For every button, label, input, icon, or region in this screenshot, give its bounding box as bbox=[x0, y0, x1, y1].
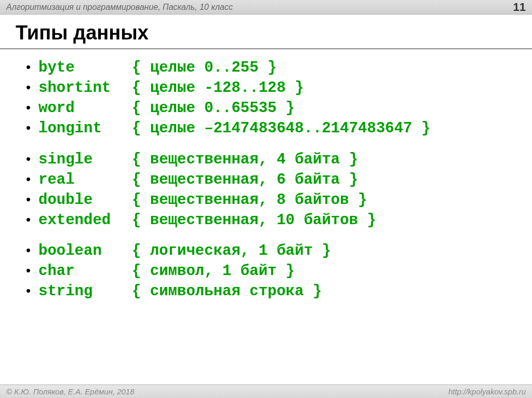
bullet-icon: • bbox=[26, 170, 38, 188]
type-name: char bbox=[38, 261, 132, 281]
page-number: 11 bbox=[513, 1, 526, 14]
type-name: byte bbox=[38, 58, 132, 78]
type-desc: { целые -128..128 } bbox=[132, 78, 304, 98]
footer-copyright: © К.Ю. Поляков, Е.А. Ерёмин, 2018 bbox=[6, 387, 135, 396]
type-row: • single { вещественная, 4 байта } bbox=[26, 149, 506, 170]
type-row: • string { символьная строка } bbox=[26, 281, 506, 301]
bullet-icon: • bbox=[26, 119, 38, 137]
type-name: shortint bbox=[38, 78, 132, 98]
type-name: double bbox=[38, 190, 132, 210]
type-name: extended bbox=[38, 210, 132, 230]
type-row: • extended { вещественная, 10 байтов } bbox=[26, 210, 506, 230]
footer-url: http://kpolyakov.spb.ru bbox=[448, 387, 526, 396]
type-desc: { вещественная, 4 байта } bbox=[132, 149, 358, 170]
type-name: string bbox=[38, 281, 132, 301]
type-row: • double { вещественная, 8 байтов } bbox=[26, 190, 506, 210]
type-name: real bbox=[38, 170, 132, 190]
type-row: • shortint { целые -128..128 } bbox=[26, 78, 506, 98]
type-desc: { символьная строка } bbox=[132, 281, 322, 301]
type-row: • boolean { логическая, 1 байт } bbox=[26, 241, 506, 261]
bullet-icon: • bbox=[26, 190, 38, 209]
type-list: • byte { целые 0..255 } • shortint { цел… bbox=[26, 58, 506, 302]
type-row: • real { вещественная, 6 байта } bbox=[26, 170, 506, 190]
type-row: • longint { целые –2147483648..214748364… bbox=[26, 118, 506, 139]
bullet-icon: • bbox=[26, 58, 38, 76]
type-desc: { логическая, 1 байт } bbox=[132, 241, 331, 261]
header-title: Алгоритмизация и программирование, Паска… bbox=[6, 3, 233, 12]
content-area: • byte { целые 0..255 } • shortint { цел… bbox=[0, 49, 532, 302]
bullet-icon: • bbox=[26, 78, 38, 97]
type-desc: { целые –2147483648..2147483647 } bbox=[132, 118, 430, 139]
type-name: longint bbox=[38, 118, 132, 139]
type-row: • word { целые 0..65535 } bbox=[26, 98, 506, 118]
bullet-icon: • bbox=[26, 282, 38, 300]
bullet-icon: • bbox=[26, 241, 38, 259]
type-row: • byte { целые 0..255 } bbox=[26, 58, 506, 78]
slide-title: Типы данных bbox=[0, 15, 532, 49]
bullet-icon: • bbox=[26, 99, 38, 117]
header-bar: Алгоритмизация и программирование, Паска… bbox=[0, 0, 532, 15]
type-group-real: • single { вещественная, 4 байта } • rea… bbox=[26, 149, 506, 231]
type-group-integer: • byte { целые 0..255 } • shortint { цел… bbox=[26, 58, 506, 139]
type-group-other: • boolean { логическая, 1 байт } • char … bbox=[26, 241, 506, 301]
type-desc: { символ, 1 байт } bbox=[132, 261, 295, 281]
type-desc: { целые 0..65535 } bbox=[132, 98, 295, 118]
type-desc: { вещественная, 8 байтов } bbox=[132, 190, 367, 210]
bullet-icon: • bbox=[26, 150, 38, 168]
type-desc: { целые 0..255 } bbox=[132, 58, 276, 78]
type-desc: { вещественная, 6 байта } bbox=[132, 170, 358, 190]
footer-bar: © К.Ю. Поляков, Е.А. Ерёмин, 2018 http:/… bbox=[0, 385, 532, 398]
type-name: word bbox=[38, 98, 132, 118]
type-name: single bbox=[38, 149, 132, 170]
type-desc: { вещественная, 10 байтов } bbox=[132, 210, 376, 230]
bullet-icon: • bbox=[26, 211, 38, 229]
bullet-icon: • bbox=[26, 262, 38, 280]
type-row: • char { символ, 1 байт } bbox=[26, 261, 506, 281]
type-name: boolean bbox=[38, 241, 132, 261]
